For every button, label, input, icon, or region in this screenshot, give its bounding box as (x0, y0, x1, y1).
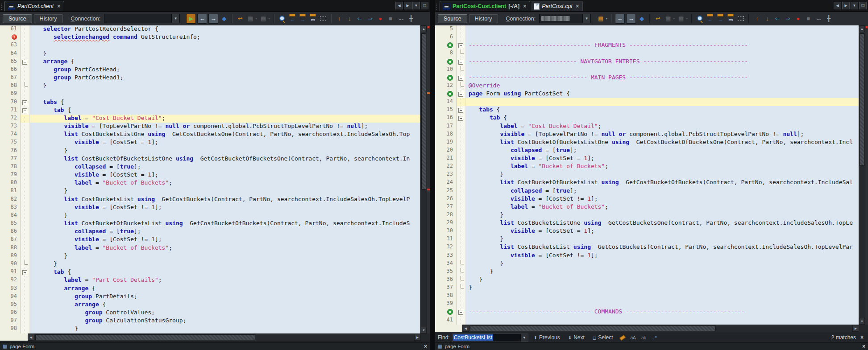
code-text[interactable]: visible = [CostSet = 1]; (30, 139, 420, 147)
rect-selection-icon[interactable] (736, 14, 745, 23)
next-occurrence-icon[interactable]: ↓ (345, 14, 354, 23)
connection-combobox[interactable]: ▼ (104, 14, 180, 23)
code-text[interactable]: selector PartCostRecordSelector { (30, 25, 420, 33)
prev-occurrence-icon[interactable]: ↑ (335, 14, 344, 23)
next-document-icon[interactable]: ▤▼ (677, 14, 685, 23)
line-number[interactable]: 88 (0, 244, 21, 252)
fold-collapse-icon[interactable] (22, 270, 27, 275)
code-text[interactable]: visible = [TopLevelPartNo != null or com… (466, 131, 859, 139)
stop-macro-icon[interactable]: ■ (386, 14, 395, 23)
regex-icon[interactable]: .* (651, 334, 659, 341)
line-number[interactable]: 36 (435, 276, 457, 284)
line-number[interactable]: 98 (0, 325, 21, 333)
line-number[interactable]: 66 (0, 66, 21, 74)
maximize-window-icon[interactable]: ❒ (859, 2, 867, 9)
code-text[interactable]: page Form using PartCostSet { (466, 90, 859, 98)
code-text[interactable]: tab { (30, 268, 420, 276)
line-number[interactable]: 82 (0, 196, 21, 204)
line-number[interactable]: 81 (0, 187, 21, 195)
scrollbar-thumb[interactable] (35, 334, 255, 340)
line-number[interactable]: 14 (435, 98, 457, 106)
forward-arrow-icon[interactable]: → (626, 14, 636, 24)
status-close-icon[interactable]: × (424, 343, 427, 350)
code-text[interactable] (466, 33, 859, 41)
scrollbar-thumb[interactable] (421, 33, 426, 189)
chevron-down-icon[interactable]: ▼ (520, 334, 528, 342)
line-number[interactable]: 41 (435, 317, 457, 325)
scroll-left-icon[interactable]: ◀ (462, 325, 469, 332)
tab-list-dropdown-icon[interactable]: ▼ (412, 2, 420, 9)
line-number[interactable]: 35 (435, 268, 457, 276)
line-number[interactable]: 20 (435, 147, 457, 155)
code-text[interactable]: } (466, 171, 859, 179)
code-text[interactable]: } (30, 325, 420, 333)
line-number[interactable]: 69 (0, 90, 21, 98)
next-document-icon[interactable]: ▤▼ (259, 14, 268, 23)
next-bookmark-icon[interactable]: → (298, 13, 307, 24)
find-close-icon[interactable]: × (860, 334, 864, 341)
line-number[interactable]: 39 (435, 300, 457, 308)
tab-close-icon[interactable]: × (57, 3, 60, 9)
line-number[interactable]: 17 (435, 123, 457, 131)
line-number[interactable]: 83 (0, 204, 21, 212)
last-edit-location-icon[interactable]: ↩ (236, 14, 245, 23)
back-arrow-icon[interactable]: ← (615, 14, 625, 24)
dock-window-icon[interactable]: ╋ (407, 14, 415, 23)
code-text[interactable]: collapsed = [true]; (466, 147, 859, 155)
scroll-tabs-right-icon[interactable]: ▶ (842, 2, 850, 9)
line-number[interactable]: 30 (435, 227, 457, 235)
code-text[interactable]: visible = [CostSet = 1]; (466, 227, 859, 235)
pane-splitter[interactable] (430, 0, 435, 350)
line-number[interactable]: 61 (0, 25, 21, 33)
code-text[interactable]: group CalculationStatusGroup; (30, 317, 420, 325)
code-text[interactable]: ----------------------------------- FRAG… (466, 41, 859, 49)
deploy-icon[interactable]: ◆ (220, 14, 228, 23)
scroll-tabs-left-icon[interactable]: ◀ (395, 2, 403, 9)
override-annotation-icon[interactable] (435, 58, 457, 66)
line-number[interactable]: 27 (435, 203, 457, 211)
match-case-icon[interactable]: aA (629, 334, 637, 341)
line-number[interactable]: 23 (435, 171, 457, 179)
scroll-up-icon[interactable]: ▲ (421, 25, 427, 32)
fold-collapse-icon[interactable] (458, 108, 463, 113)
line-number[interactable]: 72 (0, 115, 21, 123)
line-number[interactable]: 31 (435, 235, 457, 243)
source-view-button[interactable]: Source (3, 14, 32, 23)
code-text[interactable]: group PartCostHead1; (30, 74, 420, 82)
left-vertical-scrollbar[interactable]: ▲ ▼ (420, 25, 430, 334)
line-number[interactable]: 94 (0, 293, 21, 301)
line-number[interactable]: 73 (0, 123, 21, 131)
code-text[interactable]: ------------------------------- NAVIGATO… (466, 58, 859, 66)
line-number[interactable]: 18 (435, 131, 457, 139)
scroll-down-icon[interactable]: ▼ (859, 318, 865, 325)
line-number[interactable]: 96 (0, 309, 21, 317)
code-text[interactable]: list CostBucketsList using GetCostBucket… (30, 196, 420, 204)
line-number[interactable]: 12 (435, 82, 457, 90)
code-text[interactable]: label = "Part Cost Details"; (30, 276, 420, 284)
line-number[interactable]: 89 (0, 252, 21, 260)
tab-close-icon[interactable]: × (576, 3, 579, 9)
line-number[interactable]: 86 (0, 228, 21, 236)
tab-partcost-cpi[interactable]: PartCost.cpi × (531, 1, 583, 11)
find-select-button[interactable]: ◻ Select (590, 334, 616, 341)
shift-left-icon[interactable]: ⇐ (773, 14, 782, 23)
shift-right-icon[interactable]: ⇒ (783, 14, 792, 23)
line-number[interactable]: 5 (435, 25, 457, 33)
code-text[interactable]: } (30, 50, 420, 58)
line-number[interactable]: 16 (435, 114, 457, 122)
code-text[interactable]: collapsed = [true]; (30, 228, 420, 236)
code-text[interactable]: list CostBucketsListOne using GetCostBuc… (30, 131, 420, 139)
line-number[interactable]: 92 (0, 276, 21, 284)
line-number[interactable]: 26 (435, 195, 457, 203)
find-next-button[interactable]: ⬇ Next (565, 334, 587, 341)
chevron-down-icon[interactable]: ▼ (171, 14, 179, 23)
code-text[interactable]: } (30, 187, 420, 195)
connection-combobox[interactable]: ▼ (539, 14, 591, 23)
dock-window-icon[interactable]: ╋ (824, 14, 833, 23)
code-text[interactable]: visible = [CostSet = 1]; (466, 155, 859, 163)
fold-collapse-icon[interactable] (458, 76, 463, 81)
override-annotation-icon[interactable] (435, 90, 457, 98)
find-selection-icon[interactable] (278, 14, 287, 23)
export-document-icon[interactable]: ▤▼ (596, 14, 605, 23)
line-number[interactable]: 90 (0, 260, 21, 268)
